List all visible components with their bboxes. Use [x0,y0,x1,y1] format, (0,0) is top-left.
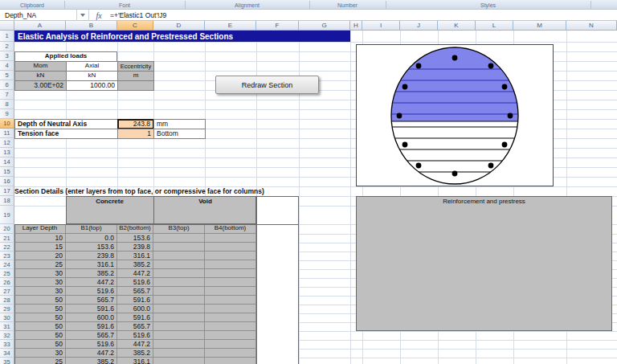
section-table-cell[interactable] [153,243,205,252]
row-header-26[interactable]: 26 [0,278,14,287]
row-header-35[interactable]: 35 [0,358,14,364]
section-table-cell[interactable]: 25 [14,260,66,269]
row-header-34[interactable]: 34 [0,349,14,358]
section-table-cell[interactable] [153,358,205,364]
row-header-11[interactable]: 11 [0,129,14,138]
tension-face-value[interactable]: 1 [117,129,154,139]
row-header-22[interactable]: 22 [0,243,14,252]
row-header-30[interactable]: 30 [0,313,14,322]
section-table-cell[interactable]: 385.2 [117,260,153,269]
section-table-cell[interactable]: 565.7 [66,296,117,305]
section-drawing[interactable] [356,44,554,186]
section-table-cell[interactable]: 50 [14,340,66,349]
row-header-33[interactable]: 33 [0,340,14,349]
row-header-5[interactable]: 5 [0,71,14,80]
section-table-cell[interactable]: 30 [14,269,66,278]
section-table-cell[interactable] [205,349,256,358]
column-header-D[interactable]: D [153,21,205,31]
row-header-19[interactable]: 19 [0,206,14,224]
row-header-31[interactable]: 31 [0,322,14,331]
row-header-2[interactable]: 2 [0,42,14,51]
section-table-cell[interactable]: 519.6 [117,278,153,287]
section-table-cell[interactable]: 591.6 [117,313,153,322]
column-header-H[interactable]: H [350,21,362,31]
section-table-cell[interactable]: 447.2 [66,349,117,358]
section-table-cell[interactable]: 50 [14,305,66,313]
section-table-cell[interactable]: 385.2 [117,349,153,358]
section-table-cell[interactable] [153,252,205,260]
section-table-cell[interactable]: 316.1 [117,358,153,364]
section-table-cell[interactable]: 565.7 [117,322,153,331]
row-header-32[interactable]: 32 [0,331,14,340]
formula-input[interactable]: =+'Elastic1 Out'!J9 [110,10,166,21]
section-table-cell[interactable]: 30 [14,287,66,296]
row-header-1[interactable]: 1 [0,31,14,42]
section-table-cell[interactable]: 591.6 [66,322,117,331]
section-table-cell[interactable]: 316.1 [66,260,117,269]
column-header-K[interactable]: K [438,21,476,31]
row-header-13[interactable]: 13 [0,148,14,157]
section-table-cell[interactable]: 519.6 [66,340,117,349]
section-table-cell[interactable] [205,252,256,260]
section-table-cell[interactable]: 565.7 [66,331,117,340]
section-table-cell[interactable]: 447.2 [66,278,117,287]
row-header-20[interactable]: 20 [0,224,14,234]
column-header-M[interactable]: M [513,21,566,31]
section-table-cell[interactable] [153,269,205,278]
section-table-cell[interactable]: 153.6 [66,243,117,252]
section-table-cell[interactable] [205,305,256,313]
section-table-cell[interactable]: 385.2 [66,358,117,364]
section-table-cell[interactable]: 519.6 [117,331,153,340]
row-header-9[interactable]: 9 [0,109,14,119]
section-table-cell[interactable]: 30 [14,349,66,358]
section-table-cell[interactable]: 565.7 [117,287,153,296]
column-header-J[interactable]: J [400,21,438,31]
row-header-14[interactable]: 14 [0,157,14,167]
section-table-cell[interactable] [205,278,256,287]
section-table-cell[interactable]: 447.2 [117,269,153,278]
row-header-23[interactable]: 23 [0,252,14,260]
mom-value[interactable]: 3.00E+02 [14,80,67,91]
column-header-B[interactable]: B [66,21,117,31]
row-header-15[interactable]: 15 [0,167,14,177]
section-table-cell[interactable] [153,340,205,349]
section-table-cell[interactable] [205,331,256,340]
row-header-6[interactable]: 6 [0,80,14,90]
name-box[interactable]: Depth_NA [0,10,77,21]
row-header-27[interactable]: 27 [0,287,14,296]
tension-face-label[interactable]: Tension face [14,129,118,139]
section-table-cell[interactable] [153,260,205,269]
section-table-cell[interactable] [153,296,205,305]
section-table-cell[interactable] [205,260,256,269]
section-table-cell[interactable]: 50 [14,322,66,331]
eccentricity-value[interactable] [117,80,154,91]
ribbon-group-alignment[interactable]: Alignment [185,0,309,10]
row-header-3[interactable]: 3 [0,51,14,61]
row-header-17[interactable]: 17 [0,186,14,196]
section-table-cell[interactable] [153,278,205,287]
insert-function-button[interactable]: fx [91,10,107,21]
section-table-cell[interactable] [205,287,256,296]
column-header-A[interactable]: A [14,21,66,31]
section-table-cell[interactable] [205,269,256,278]
section-table-cell[interactable] [205,313,256,322]
section-table-cell[interactable]: 385.2 [66,269,117,278]
section-table-cell[interactable]: 0.0 [66,234,117,243]
column-header-L[interactable]: L [476,21,513,31]
section-table-cell[interactable] [153,349,205,358]
section-table-cell[interactable] [205,322,256,331]
section-table-cell[interactable]: 50 [14,296,66,305]
section-table-cell[interactable]: 153.6 [117,234,153,243]
section-table-cell[interactable] [205,234,256,243]
section-table-cell[interactable]: 316.1 [117,252,153,260]
section-table-cell[interactable]: 239.8 [117,243,153,252]
ribbon-group-clipboard[interactable]: Clipboard [0,0,64,10]
section-table-cell[interactable]: 15 [14,243,66,252]
row-header-10[interactable]: 10 [0,119,14,129]
section-table-cell[interactable]: 600.0 [117,305,153,313]
section-table-cell[interactable]: 20 [14,252,66,260]
section-table-cell[interactable]: 600.0 [66,313,117,322]
row-header-24[interactable]: 24 [0,260,14,269]
section-table-cell[interactable] [153,305,205,313]
row-header-28[interactable]: 28 [0,296,14,305]
